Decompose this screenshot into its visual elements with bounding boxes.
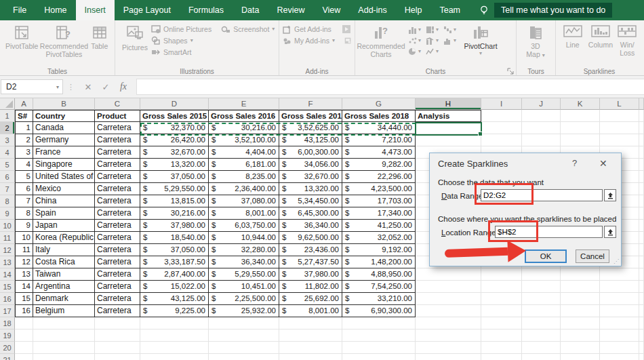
row-header-10[interactable]: 10 — [0, 220, 15, 232]
cell-A7[interactable]: 6 — [15, 183, 33, 195]
row-header-11[interactable]: 11 — [0, 232, 15, 244]
cell-F17[interactable]: $8,001.00 — [279, 305, 342, 317]
cell-D7[interactable]: $5,29,550.00 — [140, 183, 209, 195]
cell-D21[interactable] — [140, 354, 209, 360]
cell-E1[interactable]: Gross Sales 2016 — [209, 110, 279, 122]
cell-D5[interactable]: $13,320.00 — [140, 159, 209, 171]
tab-view[interactable]: View — [313, 0, 349, 20]
name-box[interactable]: D2 ▾ — [1, 79, 63, 94]
cell-L14[interactable] — [600, 268, 639, 281]
cell-A20[interactable] — [15, 342, 33, 354]
cell-I15[interactable] — [481, 281, 522, 293]
cell-F1[interactable]: Gross Sales 2017 — [279, 110, 342, 122]
cell-H21[interactable] — [416, 354, 481, 360]
cell-B1[interactable]: Country — [33, 110, 95, 122]
cell-H14[interactable] — [416, 268, 481, 281]
cell-I1[interactable] — [481, 110, 522, 122]
cell-C13[interactable]: Carretera — [95, 256, 140, 268]
row-header-6[interactable]: 6 — [0, 171, 15, 183]
cell-E15[interactable]: $10,451.00 — [209, 281, 279, 293]
cell-x3[interactable] — [639, 134, 644, 146]
insert-waterfall-chart-button[interactable]: ▾ — [443, 26, 456, 34]
recommended-pivottables-button[interactable]: ? Recommended PivotTables — [40, 22, 87, 60]
cell-I2[interactable] — [481, 122, 522, 134]
cell-A3[interactable]: 2 — [15, 134, 33, 146]
cell-B20[interactable] — [33, 342, 95, 354]
cell-C17[interactable]: Carretera — [95, 305, 140, 317]
row-header-21[interactable]: 21 — [0, 354, 15, 360]
row-header-13[interactable]: 13 — [0, 256, 15, 268]
cell-D1[interactable]: Gross Sales 2015 — [140, 110, 209, 122]
cell-L16[interactable] — [600, 293, 639, 305]
cell-F15[interactable]: $11,802.00 — [279, 281, 342, 293]
cell-G3[interactable]: $7,210.00 — [342, 134, 416, 146]
cell-G8[interactable]: $17,703.00 — [342, 195, 416, 207]
tab-file[interactable]: File — [4, 0, 35, 20]
cell-A15[interactable]: 14 — [15, 281, 33, 293]
cell-G20[interactable] — [342, 342, 416, 354]
cell-K18[interactable] — [561, 317, 600, 329]
cell-H15[interactable] — [416, 281, 481, 293]
cell-I3[interactable] — [481, 134, 522, 146]
cell-K20[interactable] — [561, 342, 600, 354]
screenshot-button[interactable]: Screenshot ▾ — [221, 24, 275, 34]
cell-B11[interactable]: Korea (Republic — [33, 232, 95, 244]
cell-A16[interactable]: 15 — [15, 293, 33, 305]
column-header-A[interactable]: A — [15, 98, 33, 110]
cell-D4[interactable]: $32,670.00 — [140, 146, 209, 159]
cell-K16[interactable] — [561, 293, 600, 305]
row-header-5[interactable]: 5 — [0, 159, 15, 171]
cell-D11[interactable]: $18,540.00 — [140, 232, 209, 244]
cell-B13[interactable]: Costa Rica — [33, 256, 95, 268]
cell-F13[interactable]: $5,27,437.50 — [279, 256, 342, 268]
cell-A10[interactable]: 9 — [15, 220, 33, 232]
cell-C7[interactable]: Carretera — [95, 183, 140, 195]
cell-F2[interactable]: $3,52,625.00 — [279, 122, 342, 134]
cell-E14[interactable]: $5,29,550.00 — [209, 268, 279, 281]
formula-input[interactable] — [136, 79, 644, 95]
cell-B2[interactable]: Canada — [33, 122, 95, 134]
cell-E3[interactable]: $3,52,100.00 — [209, 134, 279, 146]
cell-B17[interactable]: Belgium — [33, 305, 95, 317]
cell-D9[interactable]: $30,216.00 — [140, 207, 209, 220]
cell-E13[interactable]: $36,340.00 — [209, 256, 279, 268]
cell-C4[interactable]: Carretera — [95, 146, 140, 159]
cell-F7[interactable]: $13,320.00 — [279, 183, 342, 195]
cell-C11[interactable]: Carretera — [95, 232, 140, 244]
cell-F11[interactable]: $9,62,500.00 — [279, 232, 342, 244]
cell-C18[interactable] — [95, 317, 140, 329]
cell-F21[interactable] — [279, 354, 342, 360]
insert-histogram-chart-button[interactable]: ▾ — [443, 37, 456, 45]
cell-x5[interactable] — [639, 159, 644, 171]
cell-F10[interactable]: $36,340.00 — [279, 220, 342, 232]
cell-E16[interactable]: $2,25,500.00 — [209, 293, 279, 305]
tab-help[interactable]: Help — [396, 0, 431, 20]
cell-G11[interactable]: $32,052.00 — [342, 232, 416, 244]
cell-x6[interactable] — [639, 171, 644, 183]
cell-F5[interactable]: $34,056.00 — [279, 159, 342, 171]
cell-x19[interactable] — [639, 329, 644, 342]
cell-x14[interactable] — [639, 268, 644, 281]
column-header-I[interactable]: I — [481, 98, 522, 110]
row-header-3[interactable]: 3 — [0, 134, 15, 146]
cell-C19[interactable] — [95, 329, 140, 342]
cell-D20[interactable] — [140, 342, 209, 354]
cell-K14[interactable] — [561, 268, 600, 281]
cell-C2[interactable]: Carretera — [95, 122, 140, 134]
cell-B8[interactable]: China — [33, 195, 95, 207]
column-header-D[interactable]: D — [140, 98, 209, 110]
cell-G5[interactable]: $9,282.00 — [342, 159, 416, 171]
cell-C5[interactable]: Carretera — [95, 159, 140, 171]
cell-C1[interactable]: Product — [95, 110, 140, 122]
cell-G15[interactable]: $7,54,250.00 — [342, 281, 416, 293]
insert-hierarchy-chart-button[interactable]: ▾ — [426, 26, 439, 34]
cell-F8[interactable]: $5,34,450.00 — [279, 195, 342, 207]
cell-D8[interactable]: $13,815.00 — [140, 195, 209, 207]
cell-K2[interactable] — [561, 122, 600, 134]
cell-F3[interactable]: $43,125.00 — [279, 134, 342, 146]
select-all-corner[interactable] — [0, 98, 15, 110]
tab-review[interactable]: Review — [268, 0, 313, 20]
cell-A2[interactable]: 1 — [15, 122, 33, 134]
cell-K17[interactable] — [561, 305, 600, 317]
cell-F4[interactable]: $6,00,300.00 — [279, 146, 342, 159]
